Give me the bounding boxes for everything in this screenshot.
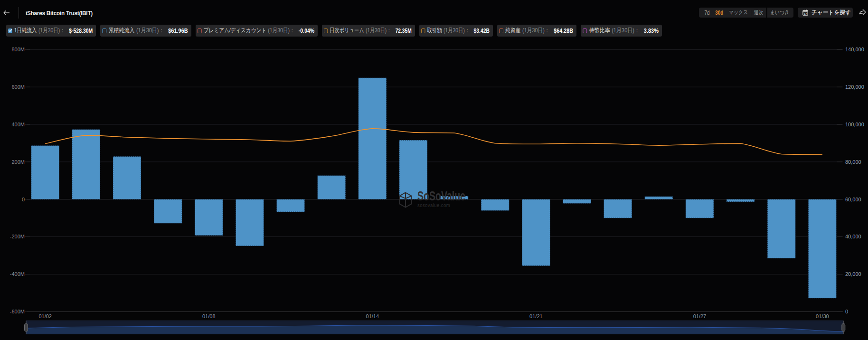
left-axis-label: 600M [11,84,25,90]
right-axis-label: 80,000 [845,159,861,165]
bar-01-07 [154,199,182,223]
left-axis-label: -600M [10,309,25,314]
bar-01-14 [359,78,387,199]
bar-01-29 [767,199,795,258]
x-axis-label: 01/21 [529,313,543,319]
left-axis-label: -400M [10,271,25,277]
right-axis-label: 100,000 [845,122,864,127]
bar-01-09 [236,199,264,246]
ibit-chart-page: iShares Bitcoin Trust(IBIT) 7d 30d マックス … [0,0,868,340]
left-axis-label: 0 [22,197,25,202]
left-axis-label: -200M [10,234,25,239]
price-line [45,129,822,155]
bar-01-13 [318,176,346,199]
right-axis-label: 0 [845,309,848,314]
x-axis-label: 01/30 [816,313,829,319]
bar-line-chart: 800M140,000600M120,000400M100,000200M80,… [0,0,868,340]
navigator-right-handle[interactable] [842,324,845,332]
x-axis-label: 01/02 [38,313,52,319]
right-axis-label: 140,000 [845,47,864,52]
right-axis-label: 40,000 [845,234,861,239]
bar-01-23 [604,199,632,218]
bar-01-17 [481,199,509,211]
bar-01-02 [31,146,59,199]
right-axis-label: 120,000 [845,84,864,90]
bar-01-03 [72,130,100,199]
bar-01-27 [686,199,714,218]
navigator-left-handle[interactable] [25,324,28,332]
bar-01-30 [808,199,836,298]
bar-01-16 [440,196,468,199]
bar-01-06 [113,156,141,199]
x-axis-label: 01/27 [693,313,707,319]
bar-01-08 [195,199,223,236]
bar-01-15 [399,140,427,199]
bar-01-10 [277,199,305,212]
bar-01-24 [645,197,673,199]
x-axis-label: 01/14 [366,313,379,319]
left-axis-label: 200M [11,159,25,165]
bar-01-21 [522,199,550,266]
left-axis-label: 800M [11,47,25,52]
left-axis-label: 400M [11,122,25,127]
bar-01-22 [563,199,591,204]
right-axis-label: 20,000 [845,271,861,277]
x-axis-label: 01/08 [202,313,216,319]
bar-01-28 [726,199,755,202]
right-axis-label: 60,000 [845,197,861,202]
